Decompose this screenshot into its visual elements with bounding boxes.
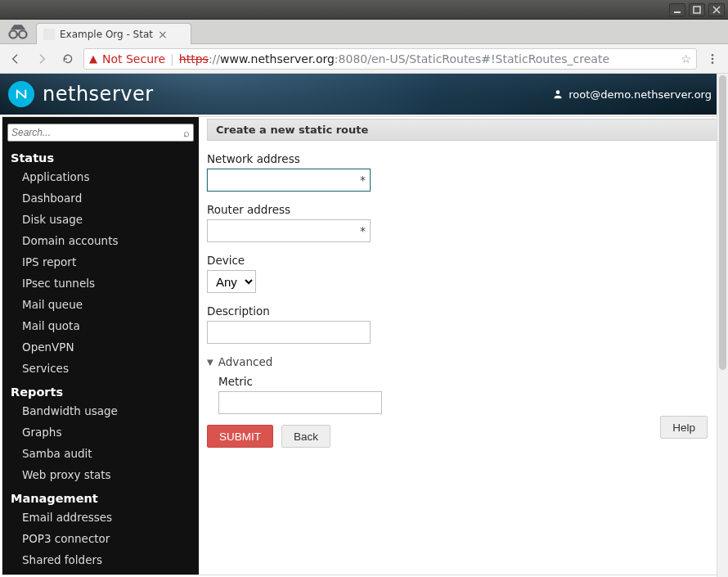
- sidebar-category: Status: [2, 145, 199, 166]
- user-label: root@demo.nethserver.org: [568, 88, 712, 101]
- sidebar-item[interactable]: Services: [2, 358, 199, 379]
- nav-back-button[interactable]: [5, 48, 26, 70]
- network-address-label: Network address: [207, 152, 717, 165]
- content-area: ⌕ StatusApplicationsDashboardDisk usageD…: [2, 116, 726, 575]
- nav-reload-button[interactable]: [57, 48, 79, 70]
- metric-label: Metric: [218, 375, 717, 388]
- help-button[interactable]: Help: [660, 416, 708, 439]
- svg-point-3: [19, 30, 26, 38]
- svg-point-2: [10, 30, 17, 38]
- metric-input[interactable]: [218, 391, 382, 414]
- page: nethserver root@demo.nethserver.org ⌕ St…: [0, 74, 728, 577]
- window-close-button[interactable]: [708, 3, 725, 16]
- sidebar-item[interactable]: Mail queue: [2, 294, 199, 315]
- nav-forward-button[interactable]: [31, 48, 52, 70]
- os-titlebar: [0, 0, 728, 20]
- svg-point-6: [712, 61, 714, 64]
- router-address-label: Router address: [207, 203, 717, 216]
- brand-text: nethserver: [43, 83, 154, 106]
- sidebar-item[interactable]: Dashboard: [2, 187, 199, 209]
- sidebar-category: Management: [2, 485, 199, 507]
- sidebar-item[interactable]: POP3 connector: [2, 528, 199, 549]
- advanced-label: Advanced: [218, 355, 273, 368]
- not-secure-label: Not Secure: [102, 52, 165, 65]
- svg-point-5: [712, 57, 714, 60]
- required-marker-icon: *: [360, 174, 366, 187]
- security-indicator[interactable]: ▲ Not Secure: [89, 52, 165, 65]
- bookmark-star-icon[interactable]: ☆: [681, 52, 691, 65]
- tab-close-button[interactable]: ×: [158, 29, 168, 40]
- browser-toolbar: ▲ Not Secure | https://www.nethserver.or…: [0, 44, 728, 74]
- tab-favicon: [43, 29, 55, 40]
- incognito-icon: [7, 23, 29, 41]
- browser-tabstrip: Example Org - Stat ×: [0, 20, 728, 44]
- sidebar-item[interactable]: IPsec tunnels: [2, 273, 199, 294]
- address-bar[interactable]: ▲ Not Secure | https://www.nethserver.or…: [83, 48, 697, 70]
- device-select[interactable]: Any: [207, 270, 256, 293]
- sidebar-item[interactable]: Mail quota: [2, 315, 199, 336]
- chevron-down-icon: ▼: [207, 358, 213, 367]
- search-icon: ⌕: [183, 127, 190, 139]
- browser-menu-button[interactable]: [702, 48, 723, 70]
- sidebar-item[interactable]: Email addresses: [2, 507, 199, 528]
- sidebar-item[interactable]: Shared folders: [2, 549, 199, 570]
- sidebar-item[interactable]: IPS report: [2, 251, 199, 273]
- warning-icon: ▲: [89, 52, 97, 65]
- sidebar-item[interactable]: OpenVPN: [2, 336, 199, 358]
- sidebar-item[interactable]: Web proxy stats: [2, 464, 199, 485]
- device-label: Device: [207, 254, 717, 267]
- sidebar-item[interactable]: Bandwidth usage: [2, 400, 199, 421]
- advanced-toggle[interactable]: ▼ Advanced: [207, 355, 717, 368]
- window-maximize-button[interactable]: [689, 3, 705, 16]
- network-address-input[interactable]: [207, 169, 371, 192]
- brand-logo-icon: [8, 81, 34, 107]
- search-input[interactable]: [11, 127, 183, 138]
- sidebar-item[interactable]: Disk usage: [2, 209, 199, 230]
- sidebar-item[interactable]: Applications: [2, 166, 199, 187]
- description-input[interactable]: [207, 321, 371, 344]
- back-button[interactable]: Back: [281, 425, 330, 448]
- panel-title: Create a new static route: [207, 119, 717, 141]
- sidebar-item[interactable]: Graphs: [2, 421, 199, 443]
- user-icon: [552, 88, 564, 100]
- user-menu[interactable]: root@demo.nethserver.org: [552, 88, 712, 101]
- tab-title: Example Org - Stat: [60, 29, 153, 40]
- app-banner: nethserver root@demo.nethserver.org: [0, 74, 728, 115]
- sidebar-search[interactable]: ⌕: [7, 124, 194, 142]
- sidebar-item[interactable]: Samba audit: [2, 443, 199, 464]
- svg-rect-0: [674, 11, 681, 13]
- sidebar: ⌕ StatusApplicationsDashboardDisk usageD…: [2, 117, 199, 575]
- submit-button[interactable]: SUBMIT: [207, 425, 273, 448]
- browser-tab[interactable]: Example Org - Stat ×: [36, 23, 191, 44]
- scrollbar-thumb[interactable]: [719, 75, 726, 370]
- description-label: Description: [207, 304, 717, 318]
- required-marker-icon: *: [360, 224, 366, 237]
- page-scrollbar[interactable]: [717, 74, 728, 577]
- sidebar-category: Reports: [2, 379, 199, 400]
- sidebar-item[interactable]: Domain accounts: [2, 230, 199, 251]
- svg-rect-1: [694, 7, 700, 13]
- main-panel: Create a new static route Network addres…: [199, 117, 726, 575]
- svg-point-4: [712, 54, 714, 56]
- router-address-input[interactable]: [207, 219, 371, 242]
- svg-point-7: [556, 90, 560, 94]
- window-minimize-button[interactable]: [669, 3, 685, 16]
- brand[interactable]: nethserver: [8, 81, 154, 107]
- url-text: https://www.nethserver.org:8080/en-US/St…: [179, 52, 609, 65]
